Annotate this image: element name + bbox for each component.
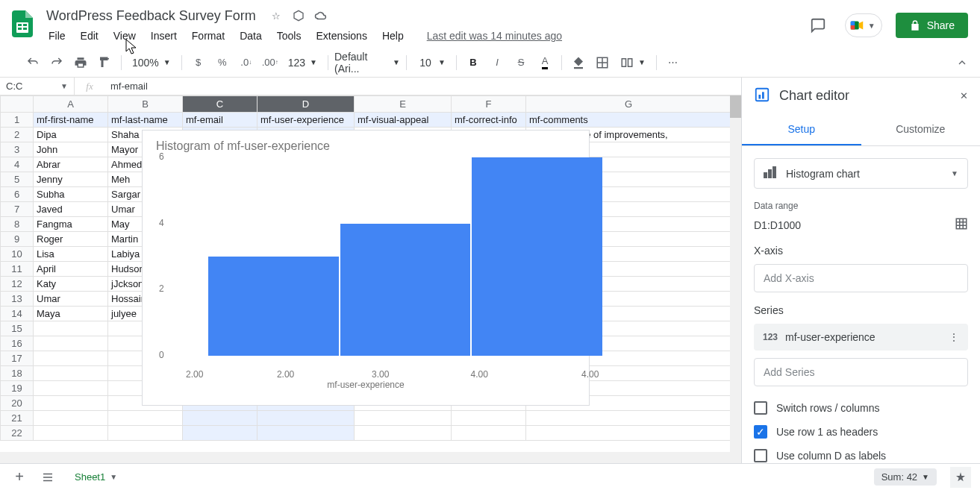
fill-color-button[interactable]	[568, 52, 589, 73]
cell[interactable]: mf-comments	[526, 113, 731, 128]
cell[interactable]: Dipa	[34, 128, 108, 142]
column-header[interactable]: B	[108, 96, 183, 113]
cell[interactable]: Umar	[34, 292, 108, 307]
column-header[interactable]: E	[355, 96, 452, 113]
move-icon[interactable]	[292, 9, 305, 22]
horizontal-scrollbar[interactable]	[0, 452, 730, 463]
row-header[interactable]: 14	[1, 307, 34, 321]
cell[interactable]: Maya	[34, 307, 108, 321]
row-header[interactable]: 10	[1, 247, 34, 262]
cell[interactable]	[34, 381, 108, 396]
cell[interactable]	[526, 426, 731, 441]
cell[interactable]	[108, 426, 183, 441]
cell[interactable]	[34, 321, 108, 336]
decrease-decimal-button[interactable]: .0↓	[236, 52, 257, 73]
cell[interactable]	[355, 411, 452, 426]
last-edit-link[interactable]: Last edit was 14 minutes ago	[427, 30, 562, 42]
sum-indicator[interactable]: Sum: 42▼	[874, 468, 937, 486]
menu-file[interactable]: File	[42, 27, 72, 45]
all-sheets-button[interactable]	[37, 467, 58, 488]
name-box[interactable]: C:C▼	[0, 78, 75, 95]
cell[interactable]: John	[34, 142, 108, 157]
strike-button[interactable]: S	[511, 52, 531, 73]
series-item[interactable]: 123 mf-user-experience ⋮	[754, 324, 968, 351]
row-header[interactable]: 11	[1, 262, 34, 277]
cell[interactable]: Subha	[34, 187, 108, 202]
column-header[interactable]: G	[526, 96, 731, 113]
row-header[interactable]: 18	[1, 366, 34, 381]
row-header[interactable]: 21	[1, 411, 34, 426]
collapse-toolbar-button[interactable]	[952, 52, 973, 73]
cell[interactable]	[452, 426, 526, 441]
menu-insert[interactable]: Insert	[144, 27, 184, 45]
increase-decimal-button[interactable]: .00↑	[260, 52, 281, 73]
merge-button[interactable]: ▼	[616, 56, 650, 69]
cell[interactable]: Abrar	[34, 157, 108, 172]
cloud-icon[interactable]	[314, 9, 328, 22]
menu-extensions[interactable]: Extensions	[309, 27, 373, 45]
currency-button[interactable]: $	[188, 52, 209, 73]
add-series-button[interactable]: Add Series	[754, 358, 968, 386]
row-header[interactable]: 8	[1, 217, 34, 232]
cell[interactable]: mf-email	[183, 113, 258, 128]
cell[interactable]	[34, 411, 108, 426]
cell[interactable]	[258, 411, 355, 426]
row-header[interactable]: 7	[1, 202, 34, 217]
cell[interactable]: Javed	[34, 202, 108, 217]
cell[interactable]: April	[34, 262, 108, 277]
text-color-button[interactable]: A	[534, 52, 555, 73]
percent-button[interactable]: %	[212, 52, 233, 73]
zoom-select[interactable]: 100%▼	[128, 57, 175, 69]
row-header[interactable]: 22	[1, 426, 34, 441]
cell[interactable]	[183, 426, 258, 441]
menu-tools[interactable]: Tools	[270, 27, 308, 45]
explore-button[interactable]	[950, 467, 971, 488]
cell[interactable]	[258, 426, 355, 441]
cell[interactable]: mf-last-name	[108, 113, 183, 128]
print-button[interactable]	[70, 52, 91, 73]
cell[interactable]: Lisa	[34, 247, 108, 262]
row-header[interactable]: 5	[1, 172, 34, 187]
row-header[interactable]: 19	[1, 381, 34, 396]
cell[interactable]: Katy	[34, 277, 108, 292]
more-button[interactable]: ⋯	[663, 52, 684, 73]
doc-title[interactable]: WordPress Feedback Survey Form	[42, 7, 260, 25]
formula-bar[interactable]: mf-email	[104, 81, 741, 92]
borders-button[interactable]	[592, 52, 613, 73]
chart-type-select[interactable]: Histogram chart ▼	[754, 158, 968, 189]
row-header[interactable]: 16	[1, 336, 34, 351]
cell[interactable]	[183, 411, 258, 426]
use-row1-headers-checkbox[interactable]: ✓Use row 1 as headers	[754, 425, 968, 439]
row-header[interactable]: 20	[1, 396, 34, 411]
cell[interactable]: mf-user-experience	[258, 113, 355, 128]
star-icon[interactable]: ☆	[269, 9, 283, 22]
row-header[interactable]: 4	[1, 157, 34, 172]
cell[interactable]	[34, 366, 108, 381]
row-header[interactable]: 6	[1, 187, 34, 202]
row-header[interactable]: 15	[1, 321, 34, 336]
cell[interactable]: mf-correct-info	[452, 113, 526, 128]
redo-button[interactable]	[46, 52, 67, 73]
sheet-tab[interactable]: Sheet1▼	[66, 467, 126, 487]
row-header[interactable]: 2	[1, 128, 34, 142]
bold-button[interactable]: B	[463, 52, 484, 73]
menu-data[interactable]: Data	[233, 27, 269, 45]
row-header[interactable]: 3	[1, 142, 34, 157]
row-header[interactable]: 17	[1, 351, 34, 366]
cell[interactable]: Jenny	[34, 172, 108, 187]
column-header[interactable]: A	[34, 96, 108, 113]
sheets-logo[interactable]	[7, 9, 37, 39]
font-size-select[interactable]: 10▼	[413, 57, 450, 69]
cell[interactable]	[34, 351, 108, 366]
menu-edit[interactable]: Edit	[74, 27, 105, 45]
tab-setup[interactable]: Setup	[742, 114, 861, 145]
cell[interactable]: Roger	[34, 232, 108, 247]
cell[interactable]	[526, 411, 731, 426]
cell[interactable]: mf-visual-appeal	[355, 113, 452, 128]
menu-help[interactable]: Help	[375, 27, 411, 45]
menu-format[interactable]: Format	[185, 27, 231, 45]
close-editor-button[interactable]: ✕	[960, 90, 968, 101]
column-header[interactable]: F	[452, 96, 526, 113]
tab-customize[interactable]: Customize	[861, 114, 981, 145]
paint-format-button[interactable]	[94, 52, 115, 73]
